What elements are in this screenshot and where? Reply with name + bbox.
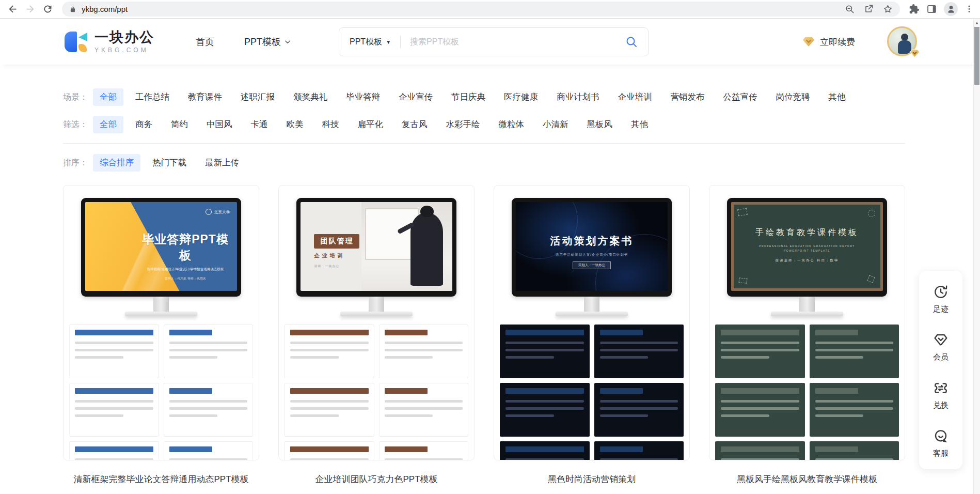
slide-thumbnail — [810, 383, 899, 437]
search-input[interactable] — [410, 37, 625, 47]
sort-option-chip[interactable]: 最新上传 — [198, 154, 246, 172]
slide-thumbnail — [379, 441, 469, 460]
style-filter-chip[interactable]: 微粒体 — [492, 116, 531, 133]
scene-filter-chip[interactable]: 其他 — [822, 88, 852, 106]
search-category-dropdown[interactable]: PPT模板 ▼ — [350, 37, 391, 48]
extensions-icon[interactable] — [909, 4, 920, 14]
style-filter-chip[interactable]: 中国风 — [200, 116, 239, 133]
service-icon — [932, 428, 949, 444]
toolbar-兑换[interactable]: 兑换 — [932, 380, 949, 410]
slide-thumbnail — [69, 383, 159, 437]
menu-icon[interactable] — [965, 4, 974, 14]
scene-filter-chip[interactable]: 节日庆典 — [445, 88, 492, 106]
bookmark-icon[interactable] — [883, 4, 893, 14]
reload-icon[interactable] — [42, 4, 53, 14]
divider — [63, 143, 905, 144]
zoom-out-icon[interactable] — [845, 4, 855, 14]
template-title[interactable]: 黑板风手绘黑板风教育教学课件模板 — [709, 473, 905, 485]
template-preview[interactable]: 团队管理 企业培训 讲师：一块办公 — [278, 185, 475, 460]
renew-label: 立即续费 — [820, 36, 855, 48]
logo-name: 一块办公 — [94, 30, 154, 45]
slide-thumbnail — [164, 325, 254, 378]
toolbar-会员[interactable]: 会员 — [932, 332, 949, 362]
template-preview[interactable]: 北京大学 毕业答辩PPT模板 答辩模板/通用设计/毕业设计/学术报告通用动态模板… — [63, 185, 259, 460]
slide-thumbnail — [810, 325, 899, 378]
caret-down-icon: ▼ — [386, 39, 391, 45]
scene-filter-chip[interactable]: 企业宣传 — [392, 88, 439, 106]
back-icon[interactable] — [7, 4, 18, 14]
site-header: 一块办公 YKBG.COM 首页 PPT模板 PPT模板 ▼ 立即续费 — [0, 19, 980, 65]
thumbnail-grid — [284, 325, 468, 460]
renew-button[interactable]: 立即续费 — [802, 35, 855, 49]
sort-option-chip[interactable]: 热门下载 — [146, 154, 193, 172]
page-scrollbar[interactable]: ▲ — [973, 19, 980, 494]
history-icon — [932, 284, 949, 300]
filter-label: 场景： — [63, 92, 93, 103]
search-icon[interactable] — [625, 36, 638, 48]
user-avatar[interactable] — [887, 26, 918, 57]
scrollbar-thumb[interactable] — [974, 27, 979, 85]
thumbnail-grid — [500, 325, 684, 460]
url-text[interactable]: ykbg.com/ppt — [82, 5, 840, 13]
lock-icon — [69, 6, 76, 13]
site-logo[interactable]: 一块办公 YKBG.COM — [65, 30, 154, 54]
scene-filter-chip[interactable]: 营销发布 — [664, 88, 712, 106]
monitor-mockup: 手绘教育教学课件模板 PROFESSIONAL EDUCATION GRADUA… — [709, 186, 905, 316]
slide-thumbnail — [284, 441, 374, 460]
template-title[interactable]: 黑色时尚活动营销策划 — [494, 473, 690, 485]
template-card: 活动策划方案书 适用于活动策划方案/企业简介/项目计划书 策划人：一块办公 — [494, 185, 690, 485]
style-filter-chip[interactable]: 卡通 — [244, 116, 275, 133]
style-filter-chip[interactable]: 科技 — [315, 116, 346, 133]
address-bar[interactable]: ykbg.com/ppt — [62, 2, 900, 17]
forward-icon[interactable] — [25, 4, 36, 14]
university-badge: 北京大学 — [206, 209, 230, 215]
style-filter-chip[interactable]: 其他 — [624, 116, 655, 133]
template-card: 北京大学 毕业答辩PPT模板 答辩模板/通用设计/毕业设计/学术报告通用动态模板… — [63, 185, 259, 485]
toolbar-客服[interactable]: 客服 — [932, 428, 949, 458]
share-icon[interactable] — [864, 4, 874, 14]
style-filter-chip[interactable]: 欧美 — [280, 116, 310, 133]
nav-ppt-templates[interactable]: PPT模板 — [244, 36, 291, 48]
nav-home[interactable]: 首页 — [196, 36, 214, 48]
style-filter-chip[interactable]: 商务 — [129, 116, 159, 133]
toolbar-足迹[interactable]: 足迹 — [932, 284, 949, 314]
template-preview[interactable]: 手绘教育教学课件模板 PROFESSIONAL EDUCATION GRADUA… — [709, 185, 905, 460]
scene-filter-chip[interactable]: 企业培训 — [611, 88, 659, 106]
slide-thumbnail — [715, 383, 805, 437]
scene-filter-chip[interactable]: 毕业答辩 — [339, 88, 387, 106]
template-card: 手绘教育教学课件模板 PROFESSIONAL EDUCATION GRADUA… — [709, 185, 905, 485]
scene-filter-chip[interactable]: 公益宣传 — [717, 88, 764, 106]
template-title[interactable]: 企业培训团队巧克力色PPT模板 — [278, 473, 475, 485]
scene-filter-chip[interactable]: 商业计划书 — [550, 88, 606, 106]
slide-note: 授课老师：一块办公 科目：数学 — [734, 258, 880, 263]
main-nav: 首页 PPT模板 — [196, 36, 291, 48]
slide-subtitle: PROFESSIONAL EDUCATION GRADUATION REPORT… — [756, 244, 859, 253]
style-filter-chip[interactable]: 复古风 — [395, 116, 434, 133]
slide-thumbnail — [284, 383, 374, 437]
scene-filter-chip[interactable]: 教育课件 — [181, 88, 229, 106]
scene-filter-chip[interactable]: 述职汇报 — [234, 88, 281, 106]
side-panel-icon[interactable] — [926, 4, 937, 14]
template-preview[interactable]: 活动策划方案书 适用于活动策划方案/企业简介/项目计划书 策划人：一块办公 — [494, 185, 690, 460]
style-filter-chip[interactable]: 全部 — [93, 116, 123, 133]
template-title[interactable]: 清新框架完整毕业论文答辩通用动态PPT模板 — [63, 473, 259, 485]
style-filter-chip[interactable]: 黑板风 — [580, 116, 620, 133]
style-filter-chip[interactable]: 简约 — [164, 116, 195, 133]
scene-filter-chip[interactable]: 全部 — [93, 88, 123, 106]
scrollbar-up-icon[interactable]: ▲ — [974, 19, 980, 26]
floating-toolbar: 足迹 会员 兑换 客服 — [919, 271, 962, 469]
style-filter-chip[interactable]: 小清新 — [536, 116, 575, 133]
toolbar-label: 客服 — [933, 449, 949, 458]
slide-thumbnail — [500, 383, 590, 437]
template-grid: 北京大学 毕业答辩PPT模板 答辩模板/通用设计/毕业设计/学术报告通用动态模板… — [63, 185, 905, 485]
scene-filter-chip[interactable]: 岗位竞聘 — [769, 88, 817, 106]
profile-icon[interactable] — [944, 2, 958, 16]
slide-thumbnail — [594, 441, 684, 460]
sort-option-chip[interactable]: 综合排序 — [93, 154, 140, 172]
scene-filter-chip[interactable]: 工作总结 — [129, 88, 176, 106]
scene-filter-chip[interactable]: 医疗健康 — [497, 88, 545, 106]
style-filter-chip[interactable]: 水彩手绘 — [439, 116, 487, 133]
scene-filter-chip[interactable]: 颁奖典礼 — [287, 88, 334, 106]
slide-thumbnail — [810, 441, 899, 460]
style-filter-chip[interactable]: 扁平化 — [351, 116, 390, 133]
